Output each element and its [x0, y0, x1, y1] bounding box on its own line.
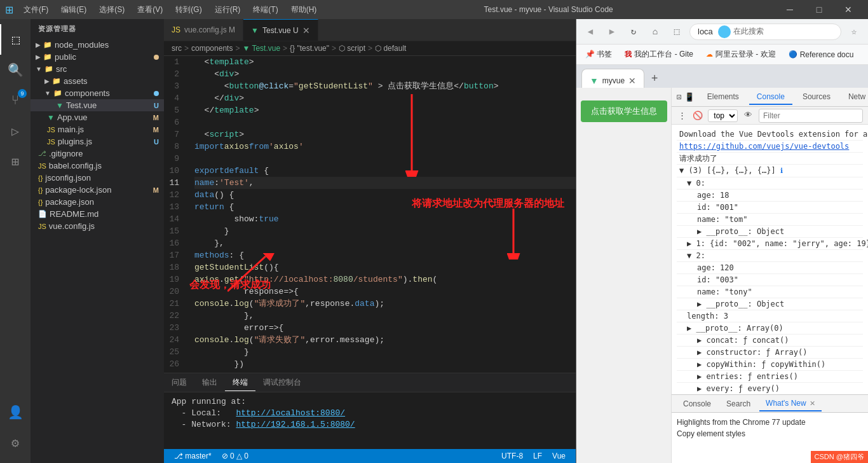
- status-errors[interactable]: ⊘ 0 △ 0: [217, 452, 254, 460]
- tab-output[interactable]: 输出: [194, 375, 225, 390]
- devtools-tab-network[interactable]: Netw: [841, 90, 868, 105]
- bookmark-reference[interactable]: 🔵 Reference docu: [785, 49, 858, 60]
- bottom-tab-search[interactable]: Search: [720, 397, 757, 411]
- sidebar-item-nodemodules[interactable]: ▶📁node_modules: [31, 39, 164, 51]
- console-link[interactable]: https://github.com/vuejs/vue-devtools: [679, 142, 849, 151]
- context-select[interactable]: top: [708, 109, 738, 122]
- sidebar-item-babelconfigjs[interactable]: JSbabel.config.js: [31, 160, 164, 172]
- back-button[interactable]: ◀: [581, 23, 599, 41]
- status-eol[interactable]: LF: [528, 452, 547, 460]
- sidebar-item-packagelockjson[interactable]: {}package-lock.jsonM: [31, 184, 164, 196]
- browser-tab-myvue[interactable]: ▼ myvue ✕: [581, 69, 644, 88]
- devtools-console[interactable]: Download the Vue Devtools extension for …: [672, 125, 868, 394]
- status-branch[interactable]: ⎇ master*: [169, 452, 217, 460]
- sidebar-item-gitignore[interactable]: ⎇.gitignore: [31, 148, 164, 160]
- bookmark-star[interactable]: ☆: [845, 23, 863, 41]
- clear-console-icon[interactable]: 🚫: [693, 108, 703, 123]
- forward-button[interactable]: ▶: [603, 23, 621, 41]
- sidebar-item-appvue[interactable]: ▼App.vueM: [31, 111, 164, 123]
- network-url[interactable]: http://192.168.1.5:8080/: [236, 420, 355, 429]
- menu-item-t[interactable]: 终端(T): [248, 3, 283, 17]
- sidebar-item-packagejson[interactable]: {}package.json: [31, 196, 164, 208]
- browser-toolbar: ◀ ▶ ↻ ⌂ ⬚ loca 在此搜索 ☆: [576, 19, 868, 45]
- code-line-14: show:true: [194, 213, 576, 225]
- sidebar-item-pluginsjs[interactable]: JSplugins.jsU: [31, 135, 164, 148]
- breadcrumb-components[interactable]: components: [191, 44, 233, 53]
- eye-icon[interactable]: 👁: [743, 108, 754, 123]
- tab-test-vue[interactable]: ▼ Test.vue U ✕: [243, 19, 318, 41]
- activity-extensions[interactable]: ⊞: [0, 146, 31, 177]
- menu-item-r[interactable]: 运行(R): [210, 3, 246, 17]
- address-bar[interactable]: loca 在此搜索: [689, 24, 841, 40]
- refresh-button[interactable]: ↻: [625, 23, 642, 41]
- code-line-18: getStudentList(){: [194, 261, 576, 273]
- menu-item-g[interactable]: 转到(G): [170, 3, 207, 17]
- devtools-tab-elements[interactable]: Elements: [700, 90, 747, 105]
- bottom-tab-console[interactable]: Console: [677, 397, 717, 411]
- breadcrumb-scope[interactable]: {} "test.vue": [290, 44, 329, 53]
- tab-test-vue-label: Test.vue U: [262, 26, 299, 35]
- devtools-tab-sources[interactable]: Sources: [795, 90, 838, 105]
- new-tab-button[interactable]: +: [646, 70, 663, 88]
- sidebar-item-src[interactable]: ▼📁src: [31, 63, 164, 75]
- inspect-icon[interactable]: ⊡: [677, 90, 682, 105]
- sidebar-item-readmemd[interactable]: 📄README.md: [31, 208, 164, 220]
- tab-close-icon[interactable]: ✕: [302, 25, 310, 36]
- mobile-icon[interactable]: 📱: [684, 90, 695, 105]
- activity-debug[interactable]: ▷: [0, 116, 31, 146]
- status-lang[interactable]: Vue: [547, 452, 571, 460]
- title-controls[interactable]: ─ □ ✕: [775, 0, 863, 19]
- tab-button[interactable]: ⬚: [668, 23, 686, 41]
- devtools-menu-icon[interactable]: ⋮: [677, 108, 688, 123]
- menu-item-s[interactable]: 选择(S): [94, 3, 130, 17]
- browser-tab-label: myvue: [602, 76, 625, 85]
- local-url[interactable]: http://localhost:8080/: [236, 408, 345, 418]
- sidebar-item-public[interactable]: ▶📁public: [31, 51, 164, 63]
- menu-item-v[interactable]: 查看(V): [132, 3, 168, 17]
- get-student-btn[interactable]: 点击获取学生信息: [581, 100, 667, 122]
- tab-debug-console[interactable]: 调试控制台: [255, 375, 309, 390]
- breadcrumb-file[interactable]: ▼ Test.vue: [242, 44, 280, 53]
- tab-vue-config[interactable]: JS vue.config.js M: [164, 19, 243, 41]
- tab-problems[interactable]: 问题: [164, 375, 194, 390]
- menu-item-e[interactable]: 编辑(E): [56, 3, 92, 17]
- menu-item-f[interactable]: 文件(F): [18, 3, 53, 17]
- bookmark-gitee[interactable]: 我 我的工作台 - Gite: [621, 48, 697, 61]
- breadcrumb-default[interactable]: ⬡ default: [375, 44, 406, 53]
- code-line-5: </template>: [194, 104, 576, 116]
- bookmark-toggle[interactable]: 📌 书签: [581, 48, 616, 61]
- filter-input[interactable]: [759, 109, 863, 123]
- breadcrumb-src[interactable]: src: [172, 44, 182, 53]
- menu-item-h[interactable]: 帮助(H): [286, 3, 322, 17]
- home-button[interactable]: ⌂: [646, 23, 664, 41]
- activity-source-control[interactable]: ⑂ 9: [0, 85, 31, 116]
- activity-search[interactable]: 🔍: [0, 55, 31, 85]
- sidebar-item-jsconfigjson[interactable]: {}jsconfig.json: [31, 172, 164, 184]
- sidebar-item-vueconfigjs[interactable]: JSvue.config.js: [31, 220, 164, 232]
- status-encoding[interactable]: UTF-8: [496, 452, 528, 460]
- activity-account[interactable]: 👤: [0, 397, 31, 427]
- csdn-badge: CSDN @猪四爷: [811, 451, 868, 463]
- close-button[interactable]: ✕: [834, 0, 863, 19]
- sidebar: 资源管理器 ▶📁node_modules▶📁public▼📁src▶📁asset…: [31, 19, 164, 463]
- devtools-tab-console[interactable]: Console: [749, 90, 792, 105]
- activity-settings[interactable]: ⚙: [0, 427, 31, 458]
- whatsnew-close[interactable]: ✕: [810, 399, 815, 407]
- sidebar-item-label: assets: [64, 76, 88, 86]
- sidebar-item-components[interactable]: ▼📁components: [31, 87, 164, 99]
- devtools-filter-bar: ⋮ 🚫 top 👁: [672, 107, 868, 125]
- activity-explorer[interactable]: ⬚: [0, 24, 31, 55]
- maximize-button[interactable]: □: [804, 0, 834, 19]
- sidebar-item-testvue[interactable]: ▼Test.vueU: [31, 99, 164, 111]
- code-content[interactable]: <template> <div> <button @click="getStud…: [189, 56, 576, 373]
- menu-bar[interactable]: 文件(F)编辑(E)选择(S)查看(V)转到(G)运行(R)终端(T)帮助(H): [18, 3, 322, 17]
- breadcrumb-script[interactable]: ⬡ script: [339, 44, 365, 53]
- sidebar-item-assets[interactable]: ▶📁assets: [31, 75, 164, 87]
- bookmark-aliyun[interactable]: ☁ 阿里云登录 - 欢迎: [702, 48, 780, 61]
- tab-terminal[interactable]: 终端: [225, 375, 255, 391]
- bottom-tab-whatsnew[interactable]: What's New ✕: [759, 396, 822, 411]
- sidebar-item-mainjs[interactable]: JSmain.jsM: [31, 123, 164, 135]
- browser-tab-close[interactable]: ✕: [628, 76, 636, 86]
- terminal-content[interactable]: App running at: - Local: http://localhos…: [164, 392, 576, 449]
- minimize-button[interactable]: ─: [775, 0, 804, 19]
